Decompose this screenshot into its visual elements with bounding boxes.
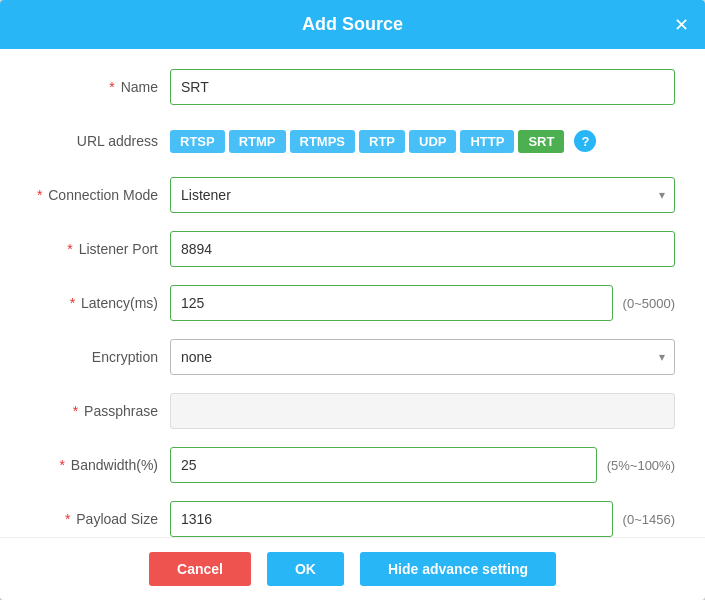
passphrase-label: * Passphrase bbox=[30, 403, 170, 419]
url-label: URL address bbox=[30, 133, 170, 149]
tab-rtmp[interactable]: RTMP bbox=[229, 130, 286, 153]
connection-mode-wrapper: Listener Caller Rendezvous ▾ bbox=[170, 177, 675, 213]
encryption-field: none AES-128 AES-256 ▾ bbox=[170, 339, 675, 375]
url-field: RTSP RTMP RTMPS RTP UDP HTTP SRT ? bbox=[170, 130, 675, 153]
bandwidth-hint: (5%~100%) bbox=[607, 458, 675, 473]
payload-hint: (0~1456) bbox=[623, 512, 675, 527]
passphrase-field bbox=[170, 393, 675, 429]
listener-port-required-marker: * bbox=[67, 241, 72, 257]
encryption-wrapper: none AES-128 AES-256 ▾ bbox=[170, 339, 675, 375]
close-button[interactable]: ✕ bbox=[674, 16, 689, 34]
payload-row: * Payload Size (0~1456) bbox=[30, 501, 675, 537]
connection-mode-field: Listener Caller Rendezvous ▾ bbox=[170, 177, 675, 213]
hide-advance-button[interactable]: Hide advance setting bbox=[360, 552, 556, 586]
name-row: * Name bbox=[30, 69, 675, 105]
tab-srt[interactable]: SRT bbox=[518, 130, 564, 153]
encryption-row: Encryption none AES-128 AES-256 ▾ bbox=[30, 339, 675, 375]
latency-input[interactable] bbox=[170, 285, 613, 321]
payload-required-marker: * bbox=[65, 511, 70, 527]
latency-field: (0~5000) bbox=[170, 285, 675, 321]
url-row: URL address RTSP RTMP RTMPS RTP UDP HTTP… bbox=[30, 123, 675, 159]
name-field bbox=[170, 69, 675, 105]
name-required-marker: * bbox=[109, 79, 114, 95]
passphrase-required-marker: * bbox=[73, 403, 78, 419]
connection-mode-required-marker: * bbox=[37, 187, 42, 203]
bandwidth-row: * Bandwidth(%) (5%~100%) bbox=[30, 447, 675, 483]
listener-port-row: * Listener Port bbox=[30, 231, 675, 267]
listener-port-field bbox=[170, 231, 675, 267]
payload-field: (0~1456) bbox=[170, 501, 675, 537]
listener-port-label: * Listener Port bbox=[30, 241, 170, 257]
payload-label: * Payload Size bbox=[30, 511, 170, 527]
tab-rtp[interactable]: RTP bbox=[359, 130, 405, 153]
encryption-select[interactable]: none AES-128 AES-256 bbox=[170, 339, 675, 375]
passphrase-row: * Passphrase bbox=[30, 393, 675, 429]
tab-rtmps[interactable]: RTMPS bbox=[290, 130, 356, 153]
bandwidth-input[interactable] bbox=[170, 447, 597, 483]
dialog-body: * Name URL address RTSP RTMP RTMPS RTP U… bbox=[0, 49, 705, 537]
encryption-label: Encryption bbox=[30, 349, 170, 365]
ok-button[interactable]: OK bbox=[267, 552, 344, 586]
tab-udp[interactable]: UDP bbox=[409, 130, 456, 153]
latency-required-marker: * bbox=[70, 295, 75, 311]
passphrase-input[interactable] bbox=[170, 393, 675, 429]
dialog-footer: Cancel OK Hide advance setting bbox=[0, 537, 705, 600]
listener-port-input[interactable] bbox=[170, 231, 675, 267]
connection-mode-row: * Connection Mode Listener Caller Rendez… bbox=[30, 177, 675, 213]
latency-label: * Latency(ms) bbox=[30, 295, 170, 311]
latency-hint: (0~5000) bbox=[623, 296, 675, 311]
cancel-button[interactable]: Cancel bbox=[149, 552, 251, 586]
bandwidth-label: * Bandwidth(%) bbox=[30, 457, 170, 473]
connection-mode-select[interactable]: Listener Caller Rendezvous bbox=[170, 177, 675, 213]
dialog-header: Add Source ✕ bbox=[0, 0, 705, 49]
add-source-dialog: Add Source ✕ * Name URL address RTSP RTM… bbox=[0, 0, 705, 600]
bandwidth-required-marker: * bbox=[60, 457, 65, 473]
payload-input[interactable] bbox=[170, 501, 613, 537]
name-input[interactable] bbox=[170, 69, 675, 105]
dialog-title: Add Source bbox=[302, 14, 403, 34]
connection-mode-label: * Connection Mode bbox=[30, 187, 170, 203]
latency-row: * Latency(ms) (0~5000) bbox=[30, 285, 675, 321]
tab-rtsp[interactable]: RTSP bbox=[170, 130, 225, 153]
help-icon[interactable]: ? bbox=[574, 130, 596, 152]
url-tabs: RTSP RTMP RTMPS RTP UDP HTTP SRT bbox=[170, 130, 564, 153]
bandwidth-field: (5%~100%) bbox=[170, 447, 675, 483]
name-label: * Name bbox=[30, 79, 170, 95]
tab-http[interactable]: HTTP bbox=[460, 130, 514, 153]
